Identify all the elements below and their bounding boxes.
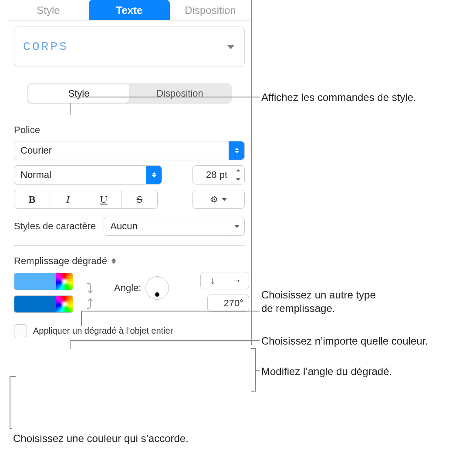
segment-layout[interactable]: Disposition — [129, 84, 230, 103]
fill-section: Remplissage dégradé ⤵⤴ Angle: — [8, 255, 251, 345]
font-size-value[interactable]: 28 pt — [192, 165, 232, 184]
tab-style[interactable]: Style — [8, 0, 89, 20]
strike-button[interactable]: S — [122, 190, 157, 208]
char-style-select[interactable]: Aucun — [104, 217, 245, 236]
swap-colors-button[interactable]: ⤵⤴ — [86, 281, 93, 313]
font-style-group: B I U S — [14, 190, 158, 209]
caret-up-icon — [236, 169, 240, 171]
direction-right-button[interactable]: → — [225, 272, 249, 289]
underline-button[interactable]: U — [86, 190, 122, 208]
inspector-tabs: Style Texte Disposition — [8, 0, 251, 20]
apply-whole-object-checkbox[interactable] — [14, 324, 27, 337]
callout-matching-color: Choisissez une couleur qui s’accorde. — [13, 432, 189, 445]
callout-fill-type: Choisissez un autre typede remplissage. — [261, 288, 376, 315]
char-styles-label: Styles de caractère — [14, 221, 96, 232]
callout-line — [10, 428, 12, 429]
chevron-down-icon — [227, 45, 235, 49]
gradient-color-2-well[interactable] — [14, 295, 56, 313]
callout-line — [81, 311, 82, 326]
font-section: Police Courier Normal 28 pt — [8, 124, 251, 236]
callout-bracket — [251, 348, 256, 392]
paragraph-style-value: CORPS — [23, 40, 68, 54]
callout-line — [81, 311, 260, 312]
tab-text[interactable]: Texte — [89, 0, 170, 20]
select-caret-icon — [229, 141, 244, 160]
font-family-select[interactable]: Courier — [14, 141, 245, 160]
callout-line — [256, 370, 260, 371]
font-weight-select[interactable]: Normal — [14, 165, 162, 184]
font-size-stepper[interactable]: 28 pt — [192, 165, 245, 184]
angle-label: Angle: — [114, 282, 141, 294]
callout-line — [10, 376, 16, 377]
callout-line — [10, 376, 10, 428]
divider — [14, 245, 245, 246]
callout-angle: Modifiez l’angle du dégradé. — [261, 365, 392, 378]
segment-style[interactable]: Style — [28, 84, 129, 103]
gradient-direction-toggle: ↓ → — [200, 272, 249, 289]
inspector-panel: Style Texte Disposition CORPS Style Disp… — [8, 0, 252, 345]
font-label: Police — [14, 124, 245, 136]
color-picker-button-1[interactable] — [56, 273, 73, 290]
apply-whole-object-label: Appliquer un dégradé à l’objet entier — [33, 326, 173, 336]
divider — [14, 112, 245, 112]
callout-any-color: Choisissez n’importe quelle couleur. — [261, 334, 428, 348]
caret-down-icon — [236, 178, 240, 181]
callout-line — [70, 340, 71, 349]
gear-icon: ⚙︎ — [210, 194, 218, 204]
text-subtab-segmented: Style Disposition — [27, 83, 232, 104]
font-family-value: Courier — [14, 145, 52, 156]
font-weight-value: Normal — [14, 169, 51, 181]
advanced-font-button[interactable]: ⚙︎ — [192, 190, 245, 209]
color-picker-button-2[interactable] — [56, 295, 73, 313]
tab-layout[interactable]: Disposition — [170, 0, 251, 20]
italic-button[interactable]: I — [50, 190, 86, 208]
select-caret-icon — [229, 217, 244, 235]
stepper-arrows[interactable] — [232, 165, 245, 184]
gradient-color-1-well[interactable] — [14, 273, 56, 290]
angle-input[interactable]: 270° — [207, 295, 249, 312]
paragraph-style-dropdown[interactable]: CORPS — [14, 27, 245, 67]
callout-line — [70, 340, 260, 341]
char-style-value: Aucun — [104, 221, 137, 232]
select-caret-icon — [111, 258, 116, 264]
callout-line — [70, 103, 71, 115]
select-caret-icon — [146, 166, 162, 184]
divider — [14, 75, 245, 75]
angle-knob[interactable] — [145, 276, 169, 300]
fill-type-select[interactable]: Remplissage dégradé — [14, 255, 245, 267]
callout-line — [70, 97, 260, 97]
chevron-down-icon — [222, 198, 227, 201]
direction-down-button[interactable]: ↓ — [201, 272, 225, 289]
fill-type-value: Remplissage dégradé — [14, 255, 107, 267]
gradient-controls: ⤵⤴ Angle: ↓ → 270° — [14, 273, 245, 313]
bold-button[interactable]: B — [14, 190, 50, 208]
callout-style-commands: Affichez les commandes de style. — [261, 90, 416, 104]
